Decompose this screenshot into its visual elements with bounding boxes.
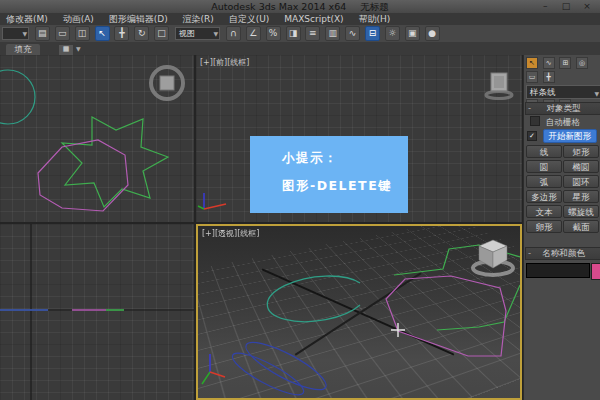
shape-category-dropdown[interactable]: 样条线 ▼: [526, 85, 600, 99]
document-title: 无标题: [360, 1, 389, 12]
tab-modify[interactable]: ∿: [543, 57, 555, 69]
main-toolbar: ▼ ▤ ▭ ◫ ↖ ╋ ↻ □ 视图▼ ∩ ∠ % ◨ ≡ ▥ ∿ ⊟ ☼ ▣ …: [0, 25, 600, 43]
button-section[interactable]: 截面: [563, 220, 599, 233]
viewport-area: [+][前][线框]: [0, 55, 523, 400]
menu-animation[interactable]: 动画(A): [57, 13, 100, 25]
ribbon-bar: 填充 ▦ ▼: [0, 42, 600, 56]
object-color-swatch[interactable]: [591, 263, 600, 280]
percent-snap-icon[interactable]: %: [266, 26, 281, 41]
render-production-icon[interactable]: ●: [425, 26, 440, 41]
rollout-object-type-label: 对象类型: [547, 103, 581, 113]
title-bar: Autodesk 3ds Max 2014 x64无标题 – □ ×: [0, 0, 600, 13]
align-icon[interactable]: ≡: [305, 26, 320, 41]
rectangular-selection-icon[interactable]: ▭: [55, 26, 70, 41]
tab-hierarchy[interactable]: ⊞: [559, 57, 571, 69]
viewport-front-label[interactable]: [+][前][线框]: [200, 57, 249, 68]
3dsmax-window: Autodesk 3ds Max 2014 x64无标题 – □ × 修改器(M…: [0, 0, 600, 400]
layer-manager-icon[interactable]: ▥: [325, 26, 340, 41]
curve-editor-icon[interactable]: ∿: [345, 26, 360, 41]
rendered-frame-icon[interactable]: ▣: [405, 26, 420, 41]
hint-text: 图形-DELETE键: [282, 178, 392, 195]
menu-graph-editors[interactable]: 图形编辑器(D): [103, 13, 174, 25]
start-new-shape-checkbox[interactable]: ✓: [527, 131, 537, 141]
top-view-shapes: [0, 55, 194, 222]
button-text[interactable]: 文本: [526, 205, 562, 218]
autogrid-row: 自动栅格: [530, 116, 580, 127]
menu-customize[interactable]: 自定义(U): [223, 13, 276, 25]
menu-rendering[interactable]: 渲染(R): [177, 13, 220, 25]
viewport-top[interactable]: [0, 55, 194, 222]
rollout-name-color-label: 名称和颜色: [542, 248, 585, 258]
rollout-name-color[interactable]: - 名称和颜色: [525, 247, 600, 260]
chevron-down-icon: ▼: [213, 28, 218, 39]
button-rectangle[interactable]: 矩形: [563, 145, 599, 158]
select-and-move-icon[interactable]: ╋: [114, 26, 129, 41]
button-ngon[interactable]: 多边形: [526, 190, 562, 203]
collapse-icon: -: [528, 103, 531, 114]
object-name-input[interactable]: [526, 263, 590, 278]
angle-snap-icon[interactable]: ∠: [246, 26, 261, 41]
menu-bar: 修改器(M) 动画(A) 图形编辑器(D) 渲染(R) 自定义(U) MAXSc…: [0, 13, 600, 25]
button-star[interactable]: 星形: [563, 190, 599, 203]
snap-toggle-icon[interactable]: ∩: [226, 26, 241, 41]
button-donut[interactable]: 圆环: [563, 175, 599, 188]
select-by-name-icon[interactable]: ▤: [35, 26, 50, 41]
hint-title: 小提示：: [282, 150, 338, 167]
collapse-icon: -: [528, 248, 531, 259]
viewport-perspective-label[interactable]: [+][透视][线框]: [202, 228, 259, 239]
reference-coordinate-value: 视图: [179, 29, 195, 38]
tab-motion[interactable]: ◎: [576, 57, 588, 69]
menu-maxscript[interactable]: MAXScript(X): [278, 13, 349, 25]
left-view-shapes: [0, 224, 194, 400]
tab-create[interactable]: ↖: [526, 57, 538, 69]
select-and-rotate-icon[interactable]: ↻: [134, 26, 149, 41]
button-ellipse[interactable]: 椭圆: [563, 160, 599, 173]
button-helix[interactable]: 螺旋线: [563, 205, 599, 218]
tab-utilities[interactable]: ╋: [543, 71, 555, 83]
start-new-shape-row: ✓ 开始新图形: [527, 129, 597, 140]
command-panel-tabs: ↖ ∿ ⊞ ◎ ▭ ╋: [524, 55, 600, 83]
window-crossing-icon[interactable]: ◫: [75, 26, 90, 41]
minimize-button[interactable]: –: [536, 0, 554, 13]
shape-category-value: 样条线: [530, 87, 556, 97]
tab-display[interactable]: ▭: [526, 71, 538, 83]
mirror-icon[interactable]: ◨: [286, 26, 301, 41]
render-setup-icon[interactable]: ☼: [385, 26, 400, 41]
window-controls: – □ ×: [536, 0, 596, 13]
button-line[interactable]: 线: [526, 145, 562, 158]
select-object-icon[interactable]: ↖: [95, 26, 110, 41]
select-and-scale-icon[interactable]: □: [154, 26, 169, 41]
hint-tooltip: 小提示： 图形-DELETE键: [250, 136, 408, 213]
autogrid-checkbox[interactable]: [530, 116, 540, 126]
maximize-button[interactable]: □: [557, 0, 575, 13]
menu-help[interactable]: 帮助(H): [352, 13, 396, 25]
app-title: Autodesk 3ds Max 2014 x64: [211, 1, 346, 12]
rollout-object-type[interactable]: - 对象类型: [525, 102, 600, 115]
viewport-left[interactable]: [0, 224, 194, 400]
button-arc[interactable]: 弧: [526, 175, 562, 188]
button-egg[interactable]: 卵形: [526, 220, 562, 233]
schematic-view-icon[interactable]: ⊟: [365, 26, 380, 41]
ribbon-tab-populate[interactable]: 填充: [6, 44, 40, 55]
close-button[interactable]: ×: [578, 0, 596, 13]
menu-modifiers[interactable]: 修改器(M): [0, 13, 54, 25]
chevron-down-icon: ▼: [22, 28, 27, 39]
start-new-shape-button[interactable]: 开始新图形: [543, 129, 597, 143]
viewport-perspective[interactable]: [+][透视][线框]: [196, 224, 522, 400]
selection-filter-dropdown[interactable]: ▼: [2, 27, 29, 40]
viewcube-ortho-icon: [486, 73, 512, 99]
chevron-down-icon: ▼: [594, 88, 599, 100]
command-panel: ↖ ∿ ⊞ ◎ ▭ ╋ ● ◠ ◇ ▣ △ ≈ ⊕ 样条线 ▼ - 对象类型 自…: [523, 55, 600, 400]
button-circle[interactable]: 圆: [526, 160, 562, 173]
reference-coordinate-dropdown[interactable]: 视图▼: [175, 27, 220, 40]
viewcube-ortho-icon: [151, 67, 183, 99]
autogrid-label: 自动栅格: [546, 117, 580, 127]
chevron-down-icon[interactable]: ▼: [76, 45, 81, 52]
